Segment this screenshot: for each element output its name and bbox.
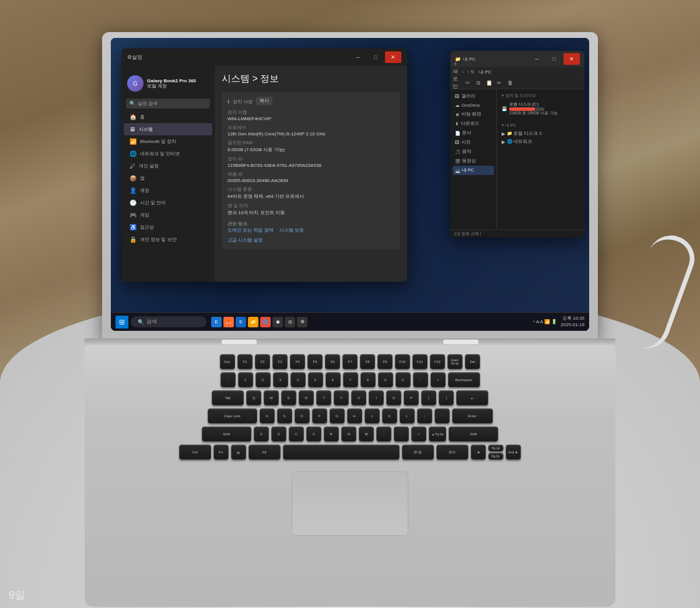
sidebar-item-time[interactable]: 🕐 시간 및 언어: [124, 197, 212, 209]
key-n[interactable]: N: [341, 427, 356, 442]
tree-network[interactable]: ▶🌐 네트워크: [499, 138, 582, 146]
drive-c[interactable]: 💾 로컬 디스크 (C:) 218GB 중 159GB 사용 가능: [499, 100, 582, 118]
key-c[interactable]: C: [289, 427, 304, 442]
taskbar-app-5[interactable]: 🌐: [260, 317, 271, 327]
key-u[interactable]: U: [351, 390, 366, 406]
sidebar-desktop[interactable]: 🖥바탕 화면: [453, 110, 494, 119]
key-enter[interactable]: Enter: [452, 408, 493, 424]
key-b[interactable]: B: [324, 427, 339, 442]
up-icon[interactable]: ↑: [467, 69, 469, 75]
rename-icon[interactable]: ✏: [495, 78, 504, 88]
key-esc[interactable]: Esc: [220, 354, 235, 369]
key-l[interactable]: L: [400, 408, 415, 424]
key-i[interactable]: I: [369, 390, 384, 406]
key-o[interactable]: O: [386, 390, 401, 406]
sidebar-pictures[interactable]: 🖼사진: [453, 138, 494, 147]
minimize-button[interactable]: ─: [350, 51, 366, 63]
sidebar-downloads[interactable]: ⬇다운로드: [453, 119, 494, 128]
domain-link[interactable]: 도메인 또는 작업 영역: [228, 228, 274, 233]
sidebar-item-accounts[interactable]: 👤 계정: [124, 184, 212, 197]
sidebar-item-apps[interactable]: 📦 앱: [124, 172, 212, 184]
sidebar-item-network[interactable]: 🌐 네트워크 및 인터넷: [124, 148, 212, 160]
settings-window[interactable]: ⚙ 설정 ─ □ ✕: [121, 48, 407, 282]
sidebar-item-personalization[interactable]: 🖊 개인 설정: [124, 160, 212, 172]
key-f5[interactable]: F5: [307, 354, 323, 369]
key-m[interactable]: M: [359, 427, 374, 442]
key-f3[interactable]: F3: [272, 354, 288, 369]
maximize-button[interactable]: □: [368, 51, 384, 63]
new-button[interactable]: ＋새로 만들기: [453, 78, 462, 88]
key-p[interactable]: P: [404, 390, 419, 406]
key-ctrl[interactable]: Ctrl: [179, 445, 211, 460]
taskbar-app-1[interactable]: E: [211, 317, 222, 327]
explorer-minimize-button[interactable]: ─: [528, 53, 545, 65]
key-t[interactable]: T: [316, 390, 331, 406]
key-equals[interactable]: =: [430, 372, 446, 387]
key-j[interactable]: J: [365, 408, 380, 424]
key-f2[interactable]: F2: [255, 354, 270, 369]
key-hanja[interactable]: 한자: [436, 445, 468, 460]
taskbar-app-7[interactable]: ◎: [285, 317, 295, 327]
system-protection-link[interactable]: 시스템 보호: [279, 228, 304, 233]
key-backtick[interactable]: `: [220, 372, 236, 387]
key-pgdn[interactable]: Pg Dn: [488, 453, 503, 460]
key-end[interactable]: End ►: [506, 445, 522, 460]
key-x[interactable]: X: [271, 427, 286, 442]
advanced-system-link[interactable]: 고급 시스템 설정: [228, 237, 394, 243]
key-semicolon[interactable]: ;: [417, 408, 432, 424]
cut-icon[interactable]: ✂: [463, 78, 473, 88]
taskbar-app-4[interactable]: 📁: [248, 317, 258, 327]
key-k[interactable]: K: [382, 408, 397, 424]
search-bar[interactable]: 🔍 검색: [131, 316, 206, 327]
sidebar-item-system[interactable]: 🖥 시스템: [124, 123, 212, 135]
key-lbracket[interactable]: [: [421, 390, 436, 406]
key-left[interactable]: ◄: [471, 445, 486, 460]
sidebar-onedrive[interactable]: ☁OneDrive: [453, 101, 494, 110]
key-insert[interactable]: InsertPrt Sc: [447, 354, 463, 369]
key-period[interactable]: .: [394, 427, 409, 442]
key-f9[interactable]: F9: [377, 354, 393, 369]
refresh-icon[interactable]: ↻: [471, 69, 475, 75]
sidebar-gallery[interactable]: 🖼갤러리: [453, 92, 494, 101]
key-pgup-2[interactable]: Pg Up: [488, 445, 503, 452]
key-comma[interactable]: ,: [376, 427, 391, 442]
key-f11[interactable]: F11: [412, 354, 428, 369]
key-v[interactable]: V: [306, 427, 321, 442]
key-pgup[interactable]: ▲ Pg Up: [429, 427, 446, 442]
key-shift-left[interactable]: Shift: [202, 427, 251, 442]
key-s[interactable]: S: [277, 408, 292, 424]
sidebar-music[interactable]: 🎵음악: [453, 147, 494, 156]
key-2[interactable]: 2: [256, 372, 271, 387]
key-z[interactable]: Z: [254, 427, 269, 442]
key-f4[interactable]: F4: [290, 354, 305, 369]
key-hangul[interactable]: 한/영: [402, 445, 434, 460]
key-d[interactable]: D: [295, 408, 310, 424]
key-f1[interactable]: F1: [237, 354, 253, 369]
key-7[interactable]: 7: [343, 372, 358, 387]
key-f10[interactable]: F10: [395, 354, 410, 369]
key-1[interactable]: 1: [238, 372, 253, 387]
sidebar-item-accessibility[interactable]: ♿ 접근성: [124, 221, 212, 233]
copy-icon[interactable]: ⧉: [474, 78, 483, 88]
start-button[interactable]: ⊞: [116, 316, 128, 329]
paste-icon[interactable]: 📋: [484, 78, 494, 88]
taskbar-settings[interactable]: ⚙: [297, 317, 307, 327]
key-f7[interactable]: F7: [342, 354, 358, 369]
touchpad[interactable]: [292, 471, 408, 536]
key-8[interactable]: 8: [360, 372, 376, 387]
key-shift-right[interactable]: Shift: [449, 427, 498, 442]
key-rbracket[interactable]: ]: [439, 390, 454, 406]
key-9[interactable]: 9: [378, 372, 393, 387]
taskbar-app-6[interactable]: ◉: [272, 317, 283, 327]
key-f12[interactable]: F12: [430, 354, 445, 369]
key-backspace[interactable]: Backspace: [448, 372, 480, 387]
sidebar-videos[interactable]: 🎬동영상: [453, 156, 494, 166]
key-win[interactable]: ⊞: [231, 445, 246, 460]
key-quote[interactable]: ': [435, 408, 450, 424]
key-f6[interactable]: F6: [325, 354, 340, 369]
close-button[interactable]: ✕: [385, 51, 401, 63]
sidebar-mypc[interactable]: 💻내 PC: [453, 166, 494, 175]
key-a[interactable]: A: [260, 408, 275, 424]
key-enter-top[interactable]: ↩: [456, 390, 488, 406]
key-g[interactable]: G: [330, 408, 345, 424]
